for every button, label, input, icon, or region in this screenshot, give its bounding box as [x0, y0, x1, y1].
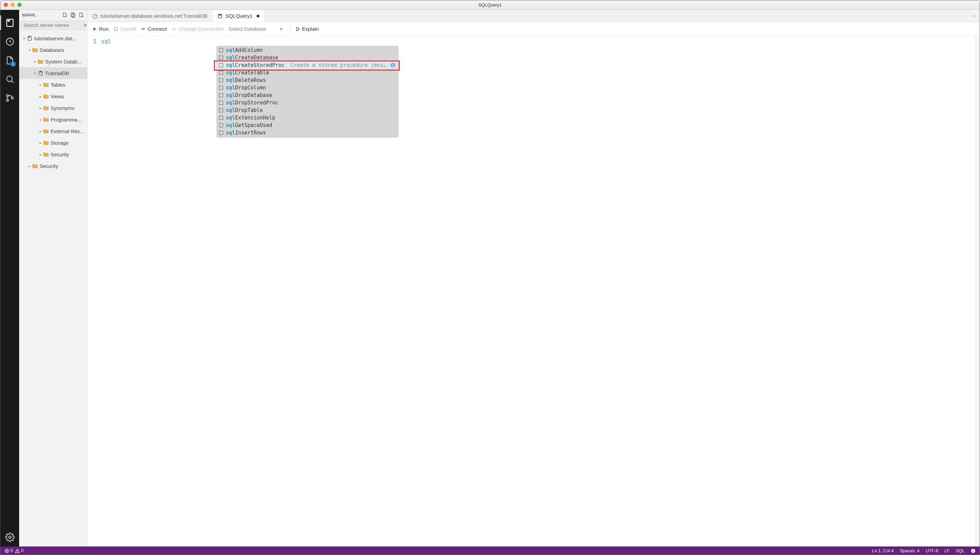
editor-line[interactable]: sql	[101, 38, 111, 45]
twist-icon[interactable]: ▾	[32, 71, 38, 75]
tree-item[interactable]: ▸Security	[19, 149, 87, 160]
tree-item-label: Security	[40, 163, 58, 169]
twist-icon[interactable]: ▾	[27, 48, 32, 52]
warnings-indicator[interactable]: 0	[15, 548, 24, 553]
line-number-gutter: 1	[87, 36, 100, 547]
svg-rect-14	[29, 37, 30, 37]
explorer-view-button[interactable]: 1	[0, 51, 19, 70]
svg-point-5	[6, 99, 8, 101]
clear-search-icon[interactable]: ✕	[84, 22, 87, 28]
tree-item[interactable]: ▸Views	[19, 90, 87, 102]
status-language[interactable]: SQL	[956, 548, 965, 553]
panel-header: SERVE..	[22, 13, 60, 17]
feedback-icon[interactable]	[971, 548, 975, 553]
editor-text: sql	[101, 38, 111, 45]
status-lncol[interactable]: Ln 1, Col 4	[872, 548, 893, 553]
folder-icon	[43, 105, 49, 111]
snippet-icon	[219, 101, 223, 105]
search-view-button[interactable]	[0, 70, 19, 88]
svg-point-7	[8, 536, 11, 538]
completion-item[interactable]: sqlDropStoredProc	[217, 99, 397, 106]
database-icon	[217, 13, 223, 19]
twist-icon[interactable]: ▸	[32, 60, 38, 64]
tree-item[interactable]: ▾Databases	[19, 44, 87, 56]
code-editor[interactable]: 1 sql sqlAddColumnsqlCreateDatabasesqlCr…	[87, 36, 980, 547]
twist-icon[interactable]: ▸	[38, 95, 43, 98]
minimize-window-icon[interactable]	[11, 3, 15, 7]
completion-item[interactable]: sqlDropTable	[217, 106, 397, 114]
tree-item[interactable]: ▸System Datab...	[19, 56, 87, 67]
svg-point-17	[218, 14, 222, 15]
twist-icon[interactable]: ▸	[38, 129, 43, 133]
tree-item[interactable]: ▾TutorialDB	[19, 67, 87, 79]
tree-item[interactable]: ▸External Res...	[19, 125, 87, 137]
info-icon[interactable]: i	[391, 63, 395, 67]
settings-button[interactable]	[0, 528, 19, 547]
completion-item[interactable]: sqlDeleteRows	[217, 77, 397, 84]
tree-item[interactable]: ▸Synonyms	[19, 102, 87, 114]
explain-button[interactable]: Explain	[295, 26, 319, 32]
divider	[290, 25, 290, 33]
history-view-button[interactable]	[0, 32, 19, 51]
tab-query[interactable]: SQLQuery1	[212, 10, 264, 22]
completion-item[interactable]: sqlDropColumn	[217, 84, 397, 91]
tab-label: tutorialserver.database.windows.net:Tuto…	[100, 13, 208, 19]
close-window-icon[interactable]	[4, 3, 8, 7]
tab-actions-button[interactable]: ⋯	[967, 10, 980, 22]
completion-item[interactable]: sqlExtensionHelp	[217, 114, 397, 122]
tree-item[interactable]: ▸Programma...	[19, 114, 87, 125]
svg-point-3	[6, 76, 12, 81]
snippet-icon	[219, 86, 223, 90]
twist-icon[interactable]: ▸	[38, 152, 43, 156]
search-servers-field[interactable]	[24, 22, 84, 28]
tab-dashboard[interactable]: tutorialserver.database.windows.net:Tuto…	[87, 10, 212, 22]
svg-rect-8	[63, 13, 66, 17]
server-tree: ▾tutorialserver.dat...▾Databases▸System …	[19, 32, 87, 547]
completion-item[interactable]: sqlDropDatabase	[217, 91, 397, 99]
activity-bar: 1	[0, 10, 19, 547]
tree-item-label: Databases	[40, 47, 64, 53]
tree-item[interactable]: ▸Tables	[19, 79, 87, 90]
run-button[interactable]: Run	[92, 26, 109, 32]
twist-icon[interactable]: ▸	[38, 141, 43, 145]
snippet-icon	[219, 93, 223, 97]
folder-icon	[43, 82, 49, 88]
completion-item[interactable]: sqlInsertRows	[217, 129, 397, 136]
search-servers-input[interactable]: ✕	[21, 21, 85, 30]
folder-icon	[43, 116, 49, 122]
status-spaces[interactable]: Spaces: 4	[900, 548, 919, 553]
new-connection-icon[interactable]	[62, 12, 68, 18]
tree-item[interactable]: ▸Security	[19, 160, 87, 172]
tree-item-label: External Res...	[51, 128, 84, 134]
folder-icon	[43, 128, 49, 134]
errors-indicator[interactable]: 0	[5, 548, 13, 553]
tree-item[interactable]: ▾tutorialserver.dat...	[19, 32, 87, 44]
new-group-icon[interactable]	[70, 12, 76, 18]
refresh-connections-icon[interactable]	[78, 12, 84, 18]
database-select[interactable]: Select Database ▾	[229, 26, 285, 32]
chevron-down-icon: ▾	[280, 26, 283, 32]
twist-icon[interactable]: ▸	[27, 164, 32, 168]
svg-rect-1	[8, 21, 10, 21]
twist-icon[interactable]: ▾	[21, 37, 27, 40]
explorer-badge: 1	[10, 61, 16, 67]
completion-item[interactable]: sqlCreateDatabase	[217, 54, 397, 61]
tree-item[interactable]: ▸Storage	[19, 137, 87, 149]
svg-point-19	[296, 27, 297, 28]
status-eol[interactable]: LF	[945, 548, 949, 553]
completion-item[interactable]: sqlAddColumn	[217, 47, 397, 54]
twist-icon[interactable]: ▸	[38, 83, 43, 87]
twist-icon[interactable]: ▸	[38, 106, 43, 110]
status-encoding[interactable]: UTF-8	[926, 548, 938, 553]
servers-view-button[interactable]	[0, 13, 19, 32]
completion-item[interactable]: sqlCreateTable	[217, 69, 397, 77]
connect-button[interactable]: Connect	[141, 26, 167, 32]
zoom-window-icon[interactable]	[18, 3, 21, 7]
tree-item-label: Storage	[51, 140, 69, 146]
vertical-scrollbar[interactable]	[975, 36, 980, 547]
source-control-view-button[interactable]	[0, 88, 19, 107]
completion-item[interactable]: sqlGetSpaceUsed	[217, 122, 397, 129]
twist-icon[interactable]: ▸	[38, 118, 43, 122]
completion-item[interactable]: sqlCreateStoredProcCreate a stored proce…	[217, 61, 397, 69]
tree-item-label: Views	[51, 93, 64, 99]
